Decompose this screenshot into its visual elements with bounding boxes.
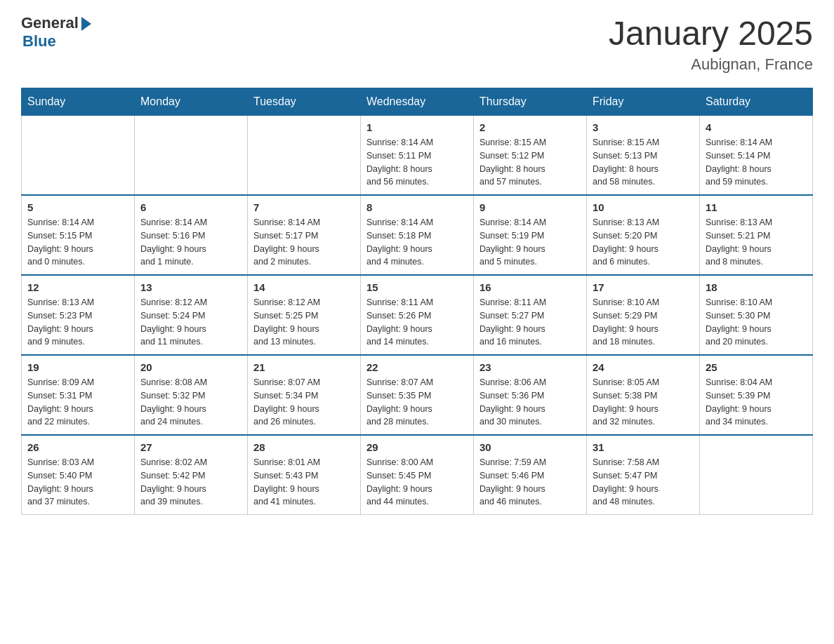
day-info: Sunrise: 8:14 AMSunset: 5:17 PMDaylight:… — [253, 216, 355, 269]
day-info: Sunrise: 8:02 AMSunset: 5:42 PMDaylight:… — [140, 456, 241, 509]
calendar-cell — [700, 435, 813, 515]
day-info: Sunrise: 8:03 AMSunset: 5:40 PMDaylight:… — [27, 456, 128, 509]
day-number: 25 — [706, 361, 807, 373]
calendar-cell: 16Sunrise: 8:11 AMSunset: 5:27 PMDayligh… — [474, 275, 587, 355]
day-number: 7 — [253, 201, 355, 213]
calendar-cell — [22, 116, 135, 196]
day-number: 1 — [366, 121, 468, 133]
calendar-cell: 9Sunrise: 8:14 AMSunset: 5:19 PMDaylight… — [474, 195, 587, 275]
day-info: Sunrise: 8:14 AMSunset: 5:14 PMDaylight:… — [706, 136, 807, 189]
day-number: 10 — [593, 201, 694, 213]
week-row-2: 12Sunrise: 8:13 AMSunset: 5:23 PMDayligh… — [22, 275, 813, 355]
page-header: General Blue January 2025 Aubignan, Fran… — [21, 14, 813, 74]
calendar-cell: 4Sunrise: 8:14 AMSunset: 5:14 PMDaylight… — [700, 116, 813, 196]
weekday-header-tuesday: Tuesday — [248, 88, 361, 116]
day-number: 27 — [140, 441, 241, 453]
calendar-cell: 14Sunrise: 8:12 AMSunset: 5:25 PMDayligh… — [248, 275, 361, 355]
day-info: Sunrise: 8:13 AMSunset: 5:23 PMDaylight:… — [27, 296, 128, 349]
calendar-cell: 25Sunrise: 8:04 AMSunset: 5:39 PMDayligh… — [700, 355, 813, 435]
day-info: Sunrise: 8:15 AMSunset: 5:13 PMDaylight:… — [593, 136, 694, 189]
weekday-header-saturday: Saturday — [700, 88, 813, 116]
day-number: 21 — [253, 361, 355, 373]
day-info: Sunrise: 8:00 AMSunset: 5:45 PMDaylight:… — [366, 456, 468, 509]
week-row-4: 26Sunrise: 8:03 AMSunset: 5:40 PMDayligh… — [22, 435, 813, 515]
day-info: Sunrise: 7:58 AMSunset: 5:47 PMDaylight:… — [593, 456, 694, 509]
title-block: January 2025 Aubignan, France — [609, 14, 813, 74]
day-number: 18 — [706, 281, 807, 293]
weekday-header-wednesday: Wednesday — [361, 88, 474, 116]
calendar-cell: 22Sunrise: 8:07 AMSunset: 5:35 PMDayligh… — [361, 355, 474, 435]
logo-arrow-icon — [81, 17, 91, 31]
day-number: 4 — [706, 121, 807, 133]
day-info: Sunrise: 8:12 AMSunset: 5:25 PMDaylight:… — [253, 296, 355, 349]
day-number: 15 — [366, 281, 468, 293]
calendar-cell: 7Sunrise: 8:14 AMSunset: 5:17 PMDaylight… — [248, 195, 361, 275]
day-number: 16 — [479, 281, 581, 293]
day-info: Sunrise: 8:07 AMSunset: 5:35 PMDaylight:… — [366, 376, 468, 429]
day-info: Sunrise: 8:06 AMSunset: 5:36 PMDaylight:… — [479, 376, 581, 429]
day-number: 13 — [140, 281, 241, 293]
day-number: 29 — [366, 441, 468, 453]
day-number: 9 — [479, 201, 581, 213]
calendar-cell: 13Sunrise: 8:12 AMSunset: 5:24 PMDayligh… — [135, 275, 248, 355]
day-number: 30 — [479, 441, 581, 453]
day-info: Sunrise: 8:15 AMSunset: 5:12 PMDaylight:… — [479, 136, 581, 189]
calendar-cell: 15Sunrise: 8:11 AMSunset: 5:26 PMDayligh… — [361, 275, 474, 355]
calendar-cell: 26Sunrise: 8:03 AMSunset: 5:40 PMDayligh… — [22, 435, 135, 515]
calendar-cell: 28Sunrise: 8:01 AMSunset: 5:43 PMDayligh… — [248, 435, 361, 515]
day-info: Sunrise: 8:10 AMSunset: 5:29 PMDaylight:… — [593, 296, 694, 349]
week-row-1: 5Sunrise: 8:14 AMSunset: 5:15 PMDaylight… — [22, 195, 813, 275]
calendar-table: SundayMondayTuesdayWednesdayThursdayFrid… — [21, 88, 813, 515]
day-info: Sunrise: 8:11 AMSunset: 5:27 PMDaylight:… — [479, 296, 581, 349]
day-number: 2 — [479, 121, 581, 133]
calendar-cell: 12Sunrise: 8:13 AMSunset: 5:23 PMDayligh… — [22, 275, 135, 355]
day-number: 5 — [27, 201, 128, 213]
calendar-cell: 23Sunrise: 8:06 AMSunset: 5:36 PMDayligh… — [474, 355, 587, 435]
day-info: Sunrise: 8:12 AMSunset: 5:24 PMDaylight:… — [140, 296, 241, 349]
day-info: Sunrise: 8:01 AMSunset: 5:43 PMDaylight:… — [253, 456, 355, 509]
calendar-cell: 31Sunrise: 7:58 AMSunset: 5:47 PMDayligh… — [587, 435, 700, 515]
calendar-cell: 20Sunrise: 8:08 AMSunset: 5:32 PMDayligh… — [135, 355, 248, 435]
day-info: Sunrise: 8:11 AMSunset: 5:26 PMDaylight:… — [366, 296, 468, 349]
calendar-cell: 1Sunrise: 8:14 AMSunset: 5:11 PMDaylight… — [361, 116, 474, 196]
calendar-cell: 10Sunrise: 8:13 AMSunset: 5:20 PMDayligh… — [587, 195, 700, 275]
calendar-cell: 11Sunrise: 8:13 AMSunset: 5:21 PMDayligh… — [700, 195, 813, 275]
calendar-cell: 5Sunrise: 8:14 AMSunset: 5:15 PMDaylight… — [22, 195, 135, 275]
calendar-cell: 3Sunrise: 8:15 AMSunset: 5:13 PMDaylight… — [587, 116, 700, 196]
weekday-header-row: SundayMondayTuesdayWednesdayThursdayFrid… — [22, 88, 813, 116]
calendar-cell: 8Sunrise: 8:14 AMSunset: 5:18 PMDaylight… — [361, 195, 474, 275]
day-info: Sunrise: 8:13 AMSunset: 5:21 PMDaylight:… — [706, 216, 807, 269]
day-info: Sunrise: 8:14 AMSunset: 5:18 PMDaylight:… — [366, 216, 468, 269]
day-info: Sunrise: 8:09 AMSunset: 5:31 PMDaylight:… — [27, 376, 128, 429]
day-number: 19 — [27, 361, 128, 373]
day-number: 22 — [366, 361, 468, 373]
day-number: 8 — [366, 201, 468, 213]
weekday-header-friday: Friday — [587, 88, 700, 116]
day-info: Sunrise: 8:08 AMSunset: 5:32 PMDaylight:… — [140, 376, 241, 429]
day-number: 26 — [27, 441, 128, 453]
week-row-0: 1Sunrise: 8:14 AMSunset: 5:11 PMDaylight… — [22, 116, 813, 196]
weekday-header-sunday: Sunday — [22, 88, 135, 116]
calendar-cell: 30Sunrise: 7:59 AMSunset: 5:46 PMDayligh… — [474, 435, 587, 515]
day-number: 11 — [706, 201, 807, 213]
logo-general-text: General — [21, 14, 79, 32]
weekday-header-thursday: Thursday — [474, 88, 587, 116]
day-info: Sunrise: 7:59 AMSunset: 5:46 PMDaylight:… — [479, 456, 581, 509]
day-number: 12 — [27, 281, 128, 293]
calendar-cell: 17Sunrise: 8:10 AMSunset: 5:29 PMDayligh… — [587, 275, 700, 355]
calendar-cell: 2Sunrise: 8:15 AMSunset: 5:12 PMDaylight… — [474, 116, 587, 196]
calendar-cell: 19Sunrise: 8:09 AMSunset: 5:31 PMDayligh… — [22, 355, 135, 435]
day-info: Sunrise: 8:05 AMSunset: 5:38 PMDaylight:… — [593, 376, 694, 429]
day-info: Sunrise: 8:14 AMSunset: 5:15 PMDaylight:… — [27, 216, 128, 269]
day-number: 17 — [593, 281, 694, 293]
day-number: 28 — [253, 441, 355, 453]
day-info: Sunrise: 8:07 AMSunset: 5:34 PMDaylight:… — [253, 376, 355, 429]
day-info: Sunrise: 8:13 AMSunset: 5:20 PMDaylight:… — [593, 216, 694, 269]
day-number: 23 — [479, 361, 581, 373]
day-number: 3 — [593, 121, 694, 133]
calendar-cell: 6Sunrise: 8:14 AMSunset: 5:16 PMDaylight… — [135, 195, 248, 275]
calendar-cell: 21Sunrise: 8:07 AMSunset: 5:34 PMDayligh… — [248, 355, 361, 435]
week-row-3: 19Sunrise: 8:09 AMSunset: 5:31 PMDayligh… — [22, 355, 813, 435]
calendar-cell: 29Sunrise: 8:00 AMSunset: 5:45 PMDayligh… — [361, 435, 474, 515]
day-info: Sunrise: 8:14 AMSunset: 5:11 PMDaylight:… — [366, 136, 468, 189]
